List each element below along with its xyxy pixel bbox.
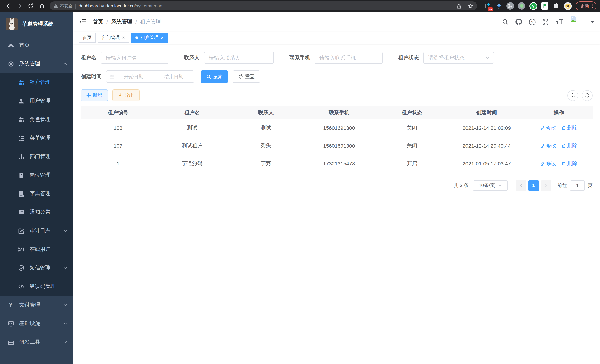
cell-contact: 芋艿	[229, 155, 302, 173]
toggle-search-button[interactable]	[567, 90, 578, 101]
browser-update-button[interactable]: 更新	[575, 1, 596, 10]
delete-label: 删除	[567, 125, 577, 131]
reset-button[interactable]: 重置	[233, 71, 260, 83]
users-icon	[18, 79, 25, 85]
ext-kite-icon[interactable]	[495, 2, 503, 10]
ext-recorder-icon[interactable]	[518, 2, 526, 10]
sidebar-item-audit-log[interactable]: 审计日志	[0, 222, 74, 240]
sidebar-collapse-icon[interactable]	[74, 12, 93, 32]
sidebar-item-dept[interactable]: 部门管理	[0, 147, 74, 166]
update-label: 更新	[580, 3, 589, 9]
user-avatar[interactable]	[570, 15, 584, 29]
tenant-name-input[interactable]	[101, 52, 169, 64]
filter-row-1: 租户名 联系人 联系手机 租户状态 请选择租户状态	[81, 52, 593, 64]
goto-page-input[interactable]	[570, 180, 585, 191]
chevron-down-icon	[63, 303, 67, 307]
chevron-down-icon	[63, 340, 67, 344]
sidebar-item-user[interactable]: 用户管理	[0, 92, 74, 110]
page-size-select[interactable]: 10条/页	[473, 180, 508, 191]
sidebar-logo[interactable]: 芋道管理系统	[0, 12, 74, 36]
sidebar-item-infra[interactable]: 基础设施	[0, 314, 74, 333]
sidebar-item-label: 字典管理	[30, 190, 50, 197]
sidebar-item-role[interactable]: 角色管理	[0, 110, 74, 129]
caret-down-icon[interactable]	[590, 21, 594, 23]
pagination: 共 3 条 10条/页 1 前往	[81, 180, 593, 191]
home-icon[interactable]	[37, 1, 47, 11]
url-path: /system/tenant	[135, 3, 164, 9]
tab-home[interactable]: 首页	[79, 33, 96, 42]
bookmark-star-icon[interactable]	[468, 3, 473, 9]
breadcrumb-home[interactable]: 首页	[93, 19, 103, 25]
edit-link[interactable]: 修改	[540, 160, 556, 167]
page-number-1[interactable]: 1	[528, 180, 539, 191]
sidebar-item-payment[interactable]: ¥ 支付管理	[0, 296, 74, 314]
address-bar[interactable]: 不安全 dashboard.yudao.iocoder.cn/system/te…	[50, 1, 477, 10]
next-page-button[interactable]	[541, 180, 551, 191]
sidebar-item-label: 系统管理	[19, 60, 40, 67]
ext-puzzle-icon[interactable]	[552, 2, 560, 10]
date-range-picker[interactable]: 开始日期 - 结束日期	[106, 71, 194, 83]
sidebar-item-dict[interactable]: 字典管理	[0, 184, 74, 203]
chevron-down-icon	[485, 56, 490, 60]
search-icon[interactable]	[502, 19, 509, 25]
edit-label: 修改	[546, 125, 556, 131]
table-toolbar: 新增 导出	[81, 89, 593, 101]
security-chip[interactable]: 不安全	[53, 3, 72, 9]
delete-label: 删除	[567, 142, 577, 149]
refresh-table-button[interactable]	[582, 90, 593, 101]
sidebar-item-dev-tools[interactable]: 研发工具	[0, 333, 74, 351]
forward-icon[interactable]	[15, 1, 25, 11]
breadcrumb-separator: /	[106, 19, 108, 25]
breadcrumb-system[interactable]: 系统管理	[111, 19, 132, 25]
search-button[interactable]: 搜索	[201, 71, 228, 83]
reload-icon[interactable]	[26, 1, 36, 11]
sidebar-item-system[interactable]: 系统管理	[0, 55, 74, 73]
ext-command-icon[interactable]	[506, 2, 514, 10]
prev-page-button[interactable]	[516, 180, 526, 191]
filter-label: 租户状态	[398, 54, 423, 61]
font-size-icon[interactable]	[555, 19, 564, 25]
add-button[interactable]: 新增	[81, 89, 108, 101]
kebab-menu-icon[interactable]	[591, 3, 593, 9]
github-icon[interactable]	[515, 18, 523, 26]
share-icon[interactable]	[456, 3, 462, 9]
close-icon[interactable]	[122, 36, 125, 39]
ext-y-icon[interactable]: y	[529, 2, 537, 10]
status-select[interactable]: 请选择租户状态	[423, 52, 494, 64]
back-icon[interactable]	[4, 1, 13, 11]
help-icon[interactable]: ?	[529, 18, 536, 25]
sidebar-item-menu[interactable]: 菜单管理	[0, 129, 74, 147]
col-header-status: 租户状态	[376, 106, 449, 119]
svg-text:?: ?	[531, 20, 533, 24]
mobile-input[interactable]	[315, 52, 383, 64]
url-domain: dashboard.yudao.iocoder.cn	[79, 3, 135, 9]
sidebar-item-tenant[interactable]: 租户管理	[0, 73, 74, 92]
delete-link[interactable]: 删除	[562, 125, 577, 131]
delete-link[interactable]: 删除	[562, 142, 577, 149]
goto-unit: 页	[588, 182, 593, 189]
close-icon[interactable]	[161, 36, 164, 39]
ext-tabs-icon[interactable]: 10	[483, 2, 491, 10]
export-button[interactable]: 导出	[112, 89, 140, 101]
tab-tenant[interactable]: 租户管理	[131, 33, 168, 42]
cell-id: 108	[81, 119, 155, 137]
fullscreen-icon[interactable]	[542, 18, 549, 25]
sidebar-item-home[interactable]: 首页	[0, 36, 74, 55]
contact-input[interactable]	[204, 52, 274, 64]
sidebar-item-label: 通知公告	[30, 209, 50, 215]
sidebar-item-online-users[interactable]: 在线用户	[0, 240, 74, 259]
tab-dept[interactable]: 部门管理	[98, 33, 129, 42]
col-header-id: 租户编号	[81, 106, 155, 119]
sidebar-item-error-code[interactable]: 错误码管理	[0, 277, 74, 296]
col-header-mobile: 联系手机	[302, 106, 375, 119]
breadcrumb-separator: /	[135, 19, 137, 25]
edit-link[interactable]: 修改	[540, 125, 556, 131]
sidebar-item-notice[interactable]: 通知公告	[0, 203, 74, 222]
edit-link[interactable]: 修改	[540, 142, 556, 149]
sidebar-item-sms[interactable]: 短信管理	[0, 259, 74, 277]
yen-icon: ¥	[7, 302, 14, 308]
ext-flag-icon[interactable]	[541, 2, 549, 10]
sidebar-item-post[interactable]: 岗位管理	[0, 166, 74, 184]
delete-link[interactable]: 删除	[562, 160, 577, 167]
ext-avatar-emoji-icon[interactable]	[564, 2, 572, 10]
